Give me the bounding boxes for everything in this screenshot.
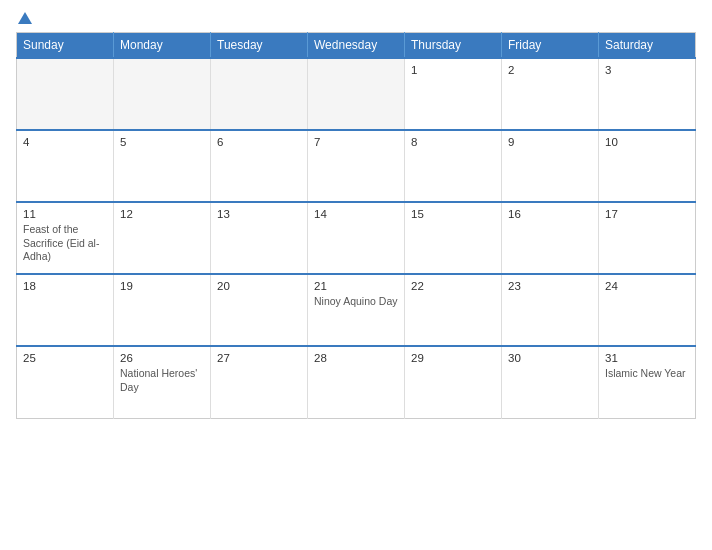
- calendar-cell: 27: [211, 346, 308, 418]
- calendar-cell: 20: [211, 274, 308, 346]
- day-number: 27: [217, 352, 301, 364]
- day-number: 30: [508, 352, 592, 364]
- calendar-cell: 31Islamic New Year: [599, 346, 696, 418]
- day-number: 28: [314, 352, 398, 364]
- calendar-cell: 15: [405, 202, 502, 274]
- day-number: 31: [605, 352, 689, 364]
- day-number: 3: [605, 64, 689, 76]
- calendar-cell: 13: [211, 202, 308, 274]
- calendar-cell: 17: [599, 202, 696, 274]
- holiday-label: Islamic New Year: [605, 367, 689, 381]
- calendar-cell: 18: [17, 274, 114, 346]
- day-number: 10: [605, 136, 689, 148]
- calendar-cell: 7: [308, 130, 405, 202]
- calendar-cell: 14: [308, 202, 405, 274]
- day-number: 11: [23, 208, 107, 220]
- calendar-cell: [17, 58, 114, 130]
- day-number: 15: [411, 208, 495, 220]
- week-row-3: 18192021Ninoy Aquino Day222324: [17, 274, 696, 346]
- calendar-cell: 11Feast of the Sacrifice (Eid al-Adha): [17, 202, 114, 274]
- day-number: 2: [508, 64, 592, 76]
- day-number: 12: [120, 208, 204, 220]
- day-number: 16: [508, 208, 592, 220]
- day-number: 13: [217, 208, 301, 220]
- day-header-monday: Monday: [114, 33, 211, 59]
- holiday-label: Feast of the Sacrifice (Eid al-Adha): [23, 223, 107, 264]
- day-number: 25: [23, 352, 107, 364]
- day-number: 24: [605, 280, 689, 292]
- day-number: 8: [411, 136, 495, 148]
- day-number: 9: [508, 136, 592, 148]
- holiday-label: National Heroes' Day: [120, 367, 204, 394]
- day-header-saturday: Saturday: [599, 33, 696, 59]
- calendar-page: SundayMondayTuesdayWednesdayThursdayFrid…: [0, 0, 712, 550]
- calendar-cell: [308, 58, 405, 130]
- calendar-cell: 2: [502, 58, 599, 130]
- day-number: 20: [217, 280, 301, 292]
- day-number: 19: [120, 280, 204, 292]
- week-row-1: 45678910: [17, 130, 696, 202]
- calendar-cell: 25: [17, 346, 114, 418]
- day-number: 14: [314, 208, 398, 220]
- day-header-friday: Friday: [502, 33, 599, 59]
- holiday-label: Ninoy Aquino Day: [314, 295, 398, 309]
- calendar-cell: 8: [405, 130, 502, 202]
- day-number: 29: [411, 352, 495, 364]
- calendar-cell: [114, 58, 211, 130]
- week-row-2: 11Feast of the Sacrifice (Eid al-Adha)12…: [17, 202, 696, 274]
- calendar-cell: 5: [114, 130, 211, 202]
- day-number: 18: [23, 280, 107, 292]
- calendar-cell: 21Ninoy Aquino Day: [308, 274, 405, 346]
- day-header-sunday: Sunday: [17, 33, 114, 59]
- day-number: 1: [411, 64, 495, 76]
- calendar-cell: 4: [17, 130, 114, 202]
- calendar-cell: 28: [308, 346, 405, 418]
- logo: [16, 12, 34, 24]
- calendar-cell: 30: [502, 346, 599, 418]
- day-number: 26: [120, 352, 204, 364]
- calendar-table: SundayMondayTuesdayWednesdayThursdayFrid…: [16, 32, 696, 419]
- calendar-cell: 12: [114, 202, 211, 274]
- calendar-cell: 24: [599, 274, 696, 346]
- day-number: 17: [605, 208, 689, 220]
- calendar-cell: 22: [405, 274, 502, 346]
- calendar-cell: 6: [211, 130, 308, 202]
- week-row-4: 2526National Heroes' Day2728293031Islami…: [17, 346, 696, 418]
- day-number: 22: [411, 280, 495, 292]
- calendar-cell: 23: [502, 274, 599, 346]
- calendar-cell: 19: [114, 274, 211, 346]
- calendar-cell: 10: [599, 130, 696, 202]
- day-number: 21: [314, 280, 398, 292]
- calendar-body: 1234567891011Feast of the Sacrifice (Eid…: [17, 58, 696, 418]
- calendar-cell: 1: [405, 58, 502, 130]
- calendar-cell: 29: [405, 346, 502, 418]
- day-number: 6: [217, 136, 301, 148]
- calendar-cell: 3: [599, 58, 696, 130]
- logo-triangle-icon: [18, 12, 32, 24]
- day-number: 4: [23, 136, 107, 148]
- day-header-thursday: Thursday: [405, 33, 502, 59]
- calendar-cell: 16: [502, 202, 599, 274]
- day-header-tuesday: Tuesday: [211, 33, 308, 59]
- day-header-wednesday: Wednesday: [308, 33, 405, 59]
- day-number: 5: [120, 136, 204, 148]
- calendar-header: SundayMondayTuesdayWednesdayThursdayFrid…: [17, 33, 696, 59]
- calendar-cell: [211, 58, 308, 130]
- day-number: 7: [314, 136, 398, 148]
- days-header-row: SundayMondayTuesdayWednesdayThursdayFrid…: [17, 33, 696, 59]
- day-number: 23: [508, 280, 592, 292]
- header: [16, 12, 696, 24]
- calendar-cell: 9: [502, 130, 599, 202]
- week-row-0: 123: [17, 58, 696, 130]
- calendar-cell: 26National Heroes' Day: [114, 346, 211, 418]
